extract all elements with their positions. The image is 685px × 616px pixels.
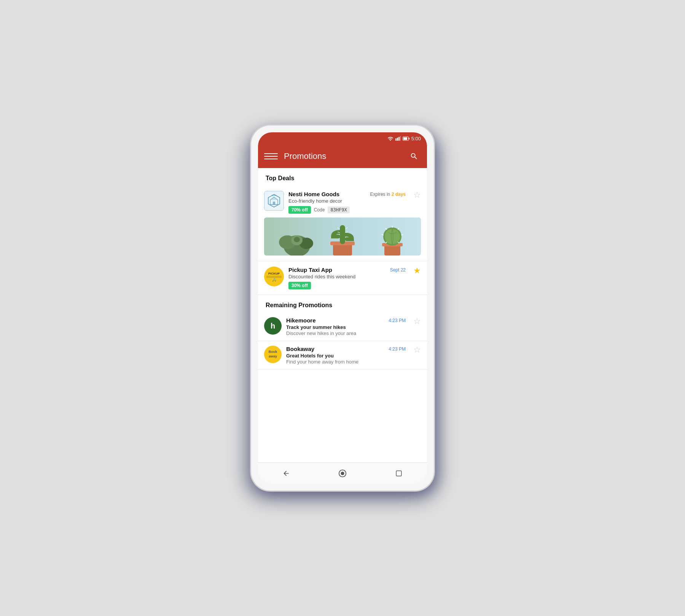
battery-icon <box>403 137 409 141</box>
pickup-discount-badge: 30% off <box>288 282 311 289</box>
remaining-promotions-header: Remaining Promotions <box>258 295 427 313</box>
nesti-name: Nesti Home Goods <box>288 191 339 197</box>
hikemoore-name: Hikemoore <box>286 317 316 324</box>
hikemoore-subject: Track your summer hikes <box>286 324 406 330</box>
hikemoore-promo-item[interactable]: h Hikemoore 4:23 PM Track your summer hi… <box>258 313 427 341</box>
svg-text:🚕: 🚕 <box>272 277 277 282</box>
content-area: Top Deals <box>258 168 427 462</box>
pickup-star-button[interactable]: ★ <box>413 267 421 275</box>
nesti-deal-card[interactable]: NESTI Nesti Home Goods Expires in 2 days… <box>258 186 427 261</box>
bookaway-star-button[interactable]: ☆ <box>413 346 421 354</box>
app-bar: Promotions <box>258 144 427 168</box>
nesti-discount-badge: 70% off <box>288 206 311 214</box>
menu-line-1 <box>264 153 278 154</box>
svg-rect-1 <box>395 138 397 141</box>
hikemoore-avatar-letter: h <box>271 322 275 330</box>
search-icon <box>410 152 418 160</box>
svg-text:PICKUP: PICKUP <box>268 272 280 275</box>
nesti-code-value: 83HF9X <box>328 206 349 213</box>
nesti-code-label: Code <box>314 207 325 213</box>
nesti-top-row: Nesti Home Goods Expires in 2 days <box>288 191 406 197</box>
svg-rect-3 <box>398 137 400 141</box>
nesti-deal-row: NESTI Nesti Home Goods Expires in 2 days… <box>264 191 421 214</box>
nesti-deal-info: Nesti Home Goods Expires in 2 days Eco-f… <box>288 191 406 214</box>
phone-wrapper: 5:00 Promotions T <box>251 125 434 491</box>
pickup-deal-card[interactable]: PICKUP 🚕 Pickup Taxi App Sept 22 <box>258 261 427 295</box>
bookaway-preview: Find your home away from home <box>286 359 406 365</box>
nesti-desc: Eco-friendly home decor <box>288 198 406 204</box>
svg-rect-2 <box>397 138 398 141</box>
status-bar: 5:00 <box>258 132 427 144</box>
pickup-badges: 30% off <box>288 282 406 289</box>
status-icons: 5:00 <box>387 136 421 141</box>
pickup-star-icon: ★ <box>413 266 421 275</box>
svg-point-42 <box>341 472 344 475</box>
top-deals-header: Top Deals <box>258 168 427 186</box>
cactus-scene-svg <box>264 218 421 256</box>
bookaway-time: 4:23 PM <box>389 346 406 352</box>
hikemoore-top-row: Hikemoore 4:23 PM <box>286 317 406 324</box>
svg-rect-26 <box>384 245 400 256</box>
bookaway-name: Bookaway <box>286 346 314 352</box>
nesti-badges: 70% off Code 83HF9X <box>288 206 406 214</box>
hikemoore-info: Hikemoore 4:23 PM Track your summer hike… <box>286 317 406 336</box>
back-button[interactable] <box>278 465 295 482</box>
hikemoore-star-button[interactable]: ☆ <box>413 317 421 325</box>
hikemoore-preview: Discover new hikes in your area <box>286 330 406 336</box>
recents-button[interactable] <box>390 465 407 482</box>
svg-rect-11 <box>273 202 275 205</box>
nesti-star-button[interactable]: ☆ <box>413 191 421 199</box>
nesti-star-icon: ☆ <box>413 190 421 200</box>
nesti-logo-svg: NESTI <box>267 194 281 208</box>
menu-line-2 <box>264 156 278 157</box>
svg-point-18 <box>294 237 300 242</box>
bookaway-subject: Great Hotels for you <box>286 353 406 359</box>
hikemoore-avatar: h <box>264 317 282 335</box>
bookaway-avatar: Bookaway <box>264 346 282 363</box>
svg-rect-4 <box>400 136 401 141</box>
pickup-logo-svg: PICKUP 🚕 <box>264 267 284 286</box>
svg-rect-43 <box>396 471 401 476</box>
pickup-top-row: Pickup Taxi App Sept 22 <box>288 267 406 273</box>
menu-button[interactable] <box>264 149 278 163</box>
pickup-logo: PICKUP 🚕 <box>264 267 284 286</box>
svg-line-32 <box>401 235 403 235</box>
svg-line-34 <box>382 235 384 235</box>
page-title: Promotions <box>284 151 407 161</box>
bookaway-info: Bookaway 4:23 PM Great Hotels for you Fi… <box>286 346 406 365</box>
home-button[interactable] <box>334 465 351 482</box>
bookaway-avatar-text: Bookaway <box>269 350 277 359</box>
bottom-nav <box>258 462 427 484</box>
pickup-date: Sept 22 <box>390 267 406 273</box>
hikemoore-time: 4:23 PM <box>389 318 406 323</box>
svg-marker-10 <box>270 197 278 200</box>
bookaway-promo-item[interactable]: Bookaway Bookaway 4:23 PM Great Hotels f… <box>258 341 427 370</box>
svg-marker-8 <box>268 194 280 207</box>
pickup-name: Pickup Taxi App <box>288 267 332 273</box>
nesti-expiry-value: 2 days <box>392 192 406 197</box>
search-button[interactable] <box>407 149 421 163</box>
wifi-icon <box>387 136 393 141</box>
phone-screen: 5:00 Promotions T <box>258 132 427 484</box>
recents-icon <box>395 470 402 477</box>
phone-shell: 5:00 Promotions T <box>251 125 434 491</box>
pickup-desc: Discounted rides this weekend <box>288 274 406 279</box>
back-icon <box>282 470 290 477</box>
svg-text:NESTI: NESTI <box>272 195 276 196</box>
svg-rect-7 <box>403 137 407 140</box>
nesti-deal-image <box>264 218 421 256</box>
menu-line-3 <box>264 159 278 159</box>
home-icon <box>338 469 347 478</box>
status-time: 5:00 <box>411 136 421 141</box>
svg-rect-6 <box>409 138 409 140</box>
nesti-logo: NESTI <box>264 191 284 211</box>
bookaway-top-row: Bookaway 4:23 PM <box>286 346 406 352</box>
nesti-expiry: Expires in 2 days <box>370 192 406 197</box>
hikemoore-star-icon: ☆ <box>413 316 421 326</box>
signal-icon <box>395 136 401 141</box>
bookaway-star-icon: ☆ <box>413 345 421 354</box>
pickup-deal-info: Pickup Taxi App Sept 22 Discounted rides… <box>288 267 406 289</box>
pickup-deal-row: PICKUP 🚕 Pickup Taxi App Sept 22 <box>264 267 421 289</box>
